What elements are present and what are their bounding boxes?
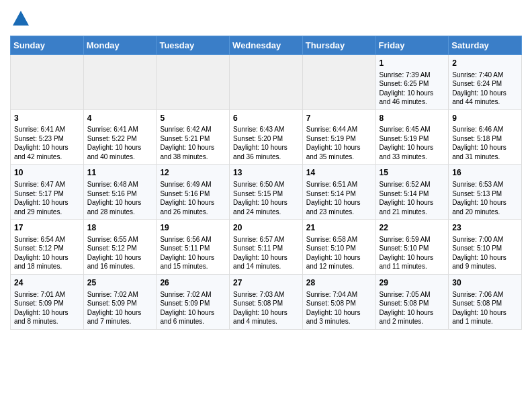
day-info: Sunrise: 6:54 AM [14, 235, 80, 244]
day-info: Sunrise: 6:42 AM [160, 125, 226, 134]
day-number: 5 [160, 113, 226, 124]
day-info: Sunrise: 7:06 AM [452, 290, 518, 300]
day-info: Daylight: 10 hours and 35 minutes. [306, 143, 372, 161]
day-info: Daylight: 10 hours and 11 minutes. [380, 253, 445, 271]
day-info: Sunrise: 6:45 AM [380, 125, 445, 134]
day-number: 28 [306, 277, 372, 289]
calendar-cell: 10Sunrise: 6:47 AMSunset: 5:17 PMDayligh… [11, 165, 84, 220]
calendar-cell: 15Sunrise: 6:52 AMSunset: 5:14 PMDayligh… [375, 165, 449, 220]
day-info: Sunrise: 7:00 AM [452, 235, 518, 244]
day-info: Daylight: 10 hours and 18 minutes. [14, 253, 80, 271]
day-info: Daylight: 10 hours and 9 minutes. [452, 253, 518, 271]
day-info: Daylight: 10 hours and 31 minutes. [452, 143, 518, 161]
day-number: 13 [233, 167, 299, 179]
day-number: 11 [87, 167, 153, 179]
page-header [10, 7, 522, 32]
day-info: Sunrise: 6:58 AM [306, 235, 372, 244]
day-info: Sunset: 5:20 PM [233, 134, 299, 144]
weekday-header: Tuesday [157, 36, 230, 54]
day-info: Sunset: 5:22 PM [87, 134, 153, 144]
day-number: 20 [233, 222, 299, 234]
calendar-cell: 1Sunrise: 7:39 AMSunset: 6:25 PMDaylight… [375, 54, 449, 109]
calendar-cell: 6Sunrise: 6:43 AMSunset: 5:20 PMDaylight… [230, 109, 303, 165]
calendar-cell: 19Sunrise: 6:56 AMSunset: 5:11 PMDayligh… [157, 220, 230, 275]
day-info: Sunset: 5:08 PM [380, 299, 445, 308]
day-info: Sunrise: 7:03 AM [233, 290, 299, 300]
day-number: 24 [14, 277, 80, 289]
day-info: Sunset: 5:11 PM [233, 244, 299, 253]
calendar-cell: 26Sunrise: 7:02 AMSunset: 5:09 PMDayligh… [157, 274, 230, 329]
day-info: Daylight: 10 hours and 38 minutes. [160, 143, 226, 161]
day-info: Sunrise: 6:56 AM [160, 235, 226, 244]
day-number: 22 [380, 222, 445, 234]
day-info: Sunset: 5:19 PM [306, 134, 372, 144]
calendar-cell: 18Sunrise: 6:55 AMSunset: 5:12 PMDayligh… [83, 220, 157, 275]
day-info: Sunset: 5:11 PM [160, 244, 226, 253]
calendar-cell: 21Sunrise: 6:58 AMSunset: 5:10 PMDayligh… [302, 220, 375, 275]
calendar-cell: 27Sunrise: 7:03 AMSunset: 5:08 PMDayligh… [230, 274, 303, 329]
calendar-week-row: 24Sunrise: 7:01 AMSunset: 5:09 PMDayligh… [11, 274, 522, 329]
day-info: Sunrise: 7:04 AM [306, 290, 372, 300]
day-info: Sunset: 5:12 PM [14, 244, 80, 253]
day-info: Daylight: 10 hours and 14 minutes. [233, 253, 299, 271]
day-info: Sunrise: 6:52 AM [380, 180, 445, 189]
day-info: Daylight: 10 hours and 36 minutes. [233, 143, 299, 161]
calendar-week-row: 17Sunrise: 6:54 AMSunset: 5:12 PMDayligh… [11, 220, 522, 275]
day-info: Sunrise: 7:01 AM [14, 290, 80, 300]
calendar-cell [302, 54, 375, 109]
weekday-header: Monday [83, 36, 157, 54]
calendar-cell [83, 54, 157, 109]
day-number: 27 [233, 277, 299, 289]
day-info: Sunrise: 6:46 AM [452, 125, 518, 134]
day-number: 30 [452, 277, 518, 289]
day-info: Sunset: 5:14 PM [380, 189, 445, 199]
calendar-week-row: 10Sunrise: 6:47 AMSunset: 5:17 PMDayligh… [11, 165, 522, 220]
day-number: 29 [380, 277, 445, 289]
day-number: 4 [87, 113, 153, 124]
day-info: Daylight: 10 hours and 24 minutes. [233, 198, 299, 216]
weekday-header: Saturday [449, 36, 522, 54]
weekday-header: Sunday [11, 36, 84, 54]
day-info: Daylight: 10 hours and 6 minutes. [160, 308, 226, 326]
calendar-cell [11, 54, 84, 109]
day-number: 23 [452, 222, 518, 234]
day-info: Sunset: 5:12 PM [87, 244, 153, 253]
day-info: Sunrise: 6:41 AM [87, 125, 153, 134]
calendar-week-row: 3Sunrise: 6:41 AMSunset: 5:23 PMDaylight… [11, 109, 522, 165]
calendar-cell: 20Sunrise: 6:57 AMSunset: 5:11 PMDayligh… [230, 220, 303, 275]
day-info: Daylight: 10 hours and 46 minutes. [380, 89, 445, 107]
day-info: Sunrise: 7:40 AM [452, 71, 518, 80]
calendar-header: SundayMondayTuesdayWednesdayThursdayFrid… [11, 36, 522, 54]
calendar-cell: 28Sunrise: 7:04 AMSunset: 5:08 PMDayligh… [302, 274, 375, 329]
day-number: 15 [380, 167, 445, 179]
weekday-header: Friday [375, 36, 449, 54]
day-info: Sunset: 5:09 PM [160, 299, 226, 308]
day-info: Sunset: 5:10 PM [380, 244, 445, 253]
day-info: Daylight: 10 hours and 21 minutes. [380, 198, 445, 216]
calendar-week-row: 1Sunrise: 7:39 AMSunset: 6:25 PMDaylight… [11, 54, 522, 109]
day-number: 2 [452, 58, 518, 69]
calendar-cell: 29Sunrise: 7:05 AMSunset: 5:08 PMDayligh… [375, 274, 449, 329]
day-info: Daylight: 10 hours and 2 minutes. [380, 308, 445, 326]
calendar-cell: 2Sunrise: 7:40 AMSunset: 6:24 PMDaylight… [449, 54, 522, 109]
calendar-cell [230, 54, 303, 109]
day-info: Daylight: 10 hours and 42 minutes. [14, 143, 80, 161]
day-info: Daylight: 10 hours and 8 minutes. [14, 308, 80, 326]
weekday-header: Wednesday [230, 36, 303, 54]
day-number: 9 [452, 113, 518, 124]
day-info: Daylight: 10 hours and 23 minutes. [306, 198, 372, 216]
day-info: Daylight: 10 hours and 3 minutes. [306, 308, 372, 326]
calendar-cell: 4Sunrise: 6:41 AMSunset: 5:22 PMDaylight… [83, 109, 157, 165]
day-info: Daylight: 10 hours and 28 minutes. [87, 198, 153, 216]
day-number: 26 [160, 277, 226, 289]
calendar-cell: 23Sunrise: 7:00 AMSunset: 5:10 PMDayligh… [449, 220, 522, 275]
calendar-cell: 14Sunrise: 6:51 AMSunset: 5:14 PMDayligh… [302, 165, 375, 220]
day-number: 3 [14, 113, 80, 124]
day-number: 7 [306, 113, 372, 124]
calendar-table: SundayMondayTuesdayWednesdayThursdayFrid… [10, 36, 522, 330]
day-info: Daylight: 10 hours and 4 minutes. [233, 308, 299, 326]
day-info: Sunset: 5:09 PM [14, 299, 80, 308]
day-info: Sunrise: 6:57 AM [233, 235, 299, 244]
day-number: 18 [87, 222, 153, 234]
day-number: 21 [306, 222, 372, 234]
